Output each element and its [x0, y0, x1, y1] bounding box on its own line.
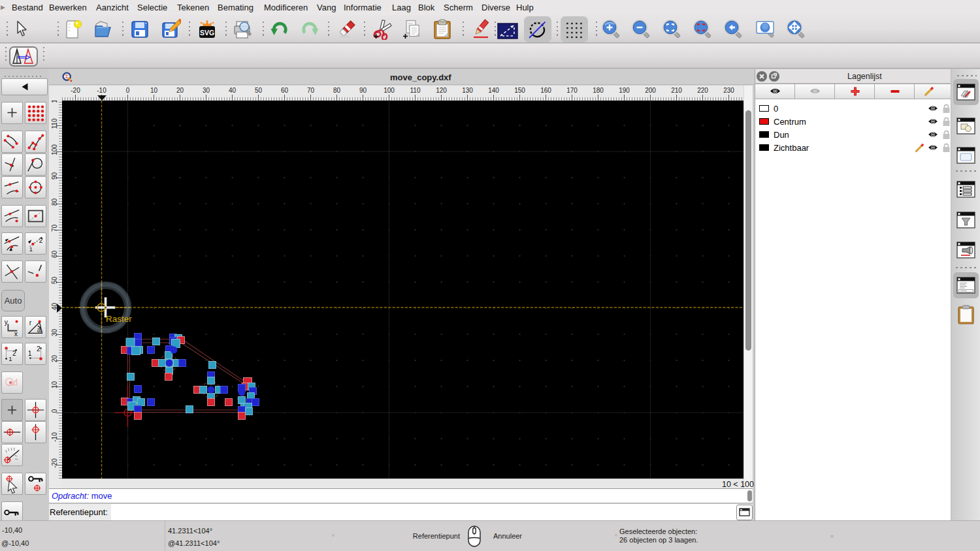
svg-text:2: 2 — [39, 237, 43, 244]
svg-text:2: 2 — [37, 345, 41, 353]
svg-text:a: a — [37, 326, 41, 334]
svg-text:1: 1 — [8, 355, 12, 362]
svg-text:2: 2 — [12, 350, 16, 357]
svg-text:1: 1 — [28, 350, 32, 357]
svg-text:SVG: SVG — [200, 29, 214, 37]
svg-text:1: 1 — [29, 245, 33, 253]
svg-text:r: r — [29, 319, 32, 326]
svg-text:Raster: Raster — [106, 314, 132, 324]
svg-text:x: x — [14, 330, 18, 338]
